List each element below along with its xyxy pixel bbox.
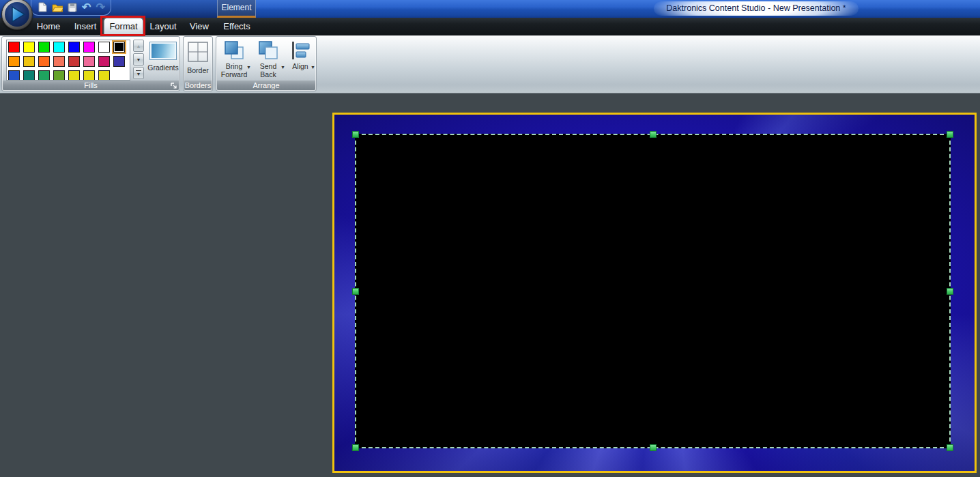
save-button[interactable] xyxy=(68,2,77,13)
color-swatch[interactable] xyxy=(83,70,95,81)
arrow-down-icon: ▼ xyxy=(136,72,141,76)
undo-button[interactable]: ↶ xyxy=(82,2,91,13)
selected-element-rectangle[interactable] xyxy=(355,134,951,448)
undo-icon: ↶ xyxy=(82,2,91,13)
color-swatch[interactable] xyxy=(68,70,80,81)
group-label-arrange: Arrange xyxy=(217,81,315,90)
group-fills: ▲ ▼ ▼ Gradients Fills xyxy=(1,36,180,91)
palette-row xyxy=(8,70,128,81)
tab-home[interactable]: Home xyxy=(30,18,67,35)
dialog-launcher-icon[interactable] xyxy=(171,83,177,89)
save-icon xyxy=(68,3,77,12)
gradient-swatch-icon xyxy=(149,42,177,60)
color-swatch[interactable] xyxy=(23,42,35,53)
tab-layout[interactable]: Layout xyxy=(143,18,183,35)
tab-insert[interactable]: Insert xyxy=(67,18,104,35)
palette-more-button[interactable]: ▼ xyxy=(133,67,144,79)
bring-forward-label-1: Bring xyxy=(226,62,243,70)
selection-handle-s[interactable] xyxy=(650,444,657,451)
titlebar: Element Daktronics Content Studio - New … xyxy=(0,0,980,18)
palette-row xyxy=(8,56,128,67)
color-swatch[interactable] xyxy=(98,42,110,53)
color-swatch[interactable] xyxy=(98,70,110,81)
arrow-up-icon: ▲ xyxy=(136,44,141,48)
selection-handle-n[interactable] xyxy=(650,131,657,138)
color-swatch[interactable] xyxy=(98,56,110,67)
color-swatch[interactable] xyxy=(113,56,125,67)
send-back-button[interactable]: Send Back ▼ xyxy=(252,38,285,81)
color-swatch[interactable] xyxy=(8,70,20,81)
contextual-group-element: Element xyxy=(217,0,256,18)
ribbon-groups: ▲ ▼ ▼ Gradients Fills xyxy=(1,36,317,91)
play-logo-icon xyxy=(2,0,32,29)
color-swatch[interactable] xyxy=(53,56,65,67)
media-frame[interactable] xyxy=(332,113,977,473)
dropdown-arrow-icon[interactable]: ▼ xyxy=(280,65,285,70)
arrange-buttons: Bring Forward ▼ Send xyxy=(218,38,315,81)
color-swatch[interactable] xyxy=(68,42,80,53)
bring-forward-label-2: Forward xyxy=(221,70,248,78)
bring-forward-icon xyxy=(223,40,245,61)
color-swatch[interactable] xyxy=(53,70,65,81)
workspace-canvas[interactable] xyxy=(0,93,980,477)
dropdown-arrow-icon[interactable]: ▼ xyxy=(311,65,315,70)
color-swatch[interactable] xyxy=(68,56,80,67)
gradients-button[interactable]: Gradients xyxy=(147,38,179,81)
send-back-label-2: Back xyxy=(260,70,276,78)
align-icon xyxy=(290,40,311,61)
color-swatch[interactable] xyxy=(38,70,50,81)
redo-icon: ↷ xyxy=(96,2,104,13)
selection-handle-e[interactable] xyxy=(947,288,953,295)
group-arrange: Bring Forward ▼ Send xyxy=(216,36,317,91)
selection-handle-ne[interactable] xyxy=(947,131,953,138)
border-button[interactable]: Border xyxy=(186,38,210,81)
quick-access-toolbar: ↶ ↷ xyxy=(31,0,111,16)
more-bar-icon xyxy=(136,70,141,71)
ribbon-tabstrip: Home Insert Format Layout View Effects xyxy=(0,18,980,35)
border-grid-icon xyxy=(187,41,209,63)
dropdown-arrow-icon[interactable]: ▼ xyxy=(246,65,251,70)
bring-forward-button[interactable]: Bring Forward ▼ xyxy=(218,38,250,81)
tabs-container: Home Insert Format Layout View Effects xyxy=(30,18,980,35)
palette-scroll-controls: ▲ ▼ ▼ xyxy=(133,40,144,79)
open-folder-icon xyxy=(52,3,63,12)
palette-scroll-up-button[interactable]: ▲ xyxy=(133,40,144,52)
ribbon: ▲ ▼ ▼ Gradients Fills xyxy=(0,35,980,93)
app-window: Element Daktronics Content Studio - New … xyxy=(0,0,980,477)
palette-row xyxy=(8,42,128,53)
group-borders: Border Borders xyxy=(183,36,213,91)
tab-format[interactable]: Format xyxy=(104,18,143,35)
color-swatch[interactable] xyxy=(23,56,35,67)
selection-handle-nw[interactable] xyxy=(352,131,359,138)
color-swatch[interactable] xyxy=(38,42,50,53)
tab-view[interactable]: View xyxy=(183,18,216,35)
open-button[interactable] xyxy=(52,2,63,13)
group-label-fills: Fills xyxy=(3,81,179,90)
window-title: Daktronics Content Studio - New Presenta… xyxy=(654,1,859,16)
align-label: Align xyxy=(292,62,308,70)
selection-handle-se[interactable] xyxy=(947,444,953,451)
color-swatch[interactable] xyxy=(38,56,50,67)
gradients-button-label: Gradients xyxy=(147,64,179,72)
color-swatch[interactable] xyxy=(53,42,65,53)
color-swatch[interactable] xyxy=(113,42,125,53)
palette-scroll-down-button[interactable]: ▼ xyxy=(133,53,144,66)
send-back-label-1: Send xyxy=(260,62,277,70)
send-back-icon xyxy=(257,40,279,61)
application-menu-button[interactable] xyxy=(1,0,33,30)
tab-effects[interactable]: Effects xyxy=(217,18,257,35)
arrow-down-icon: ▼ xyxy=(136,57,141,62)
color-swatch[interactable] xyxy=(8,42,20,53)
selection-handle-sw[interactable] xyxy=(352,444,359,451)
border-button-label: Border xyxy=(187,67,209,74)
color-swatch[interactable] xyxy=(8,56,20,67)
fill-color-palette xyxy=(6,40,130,81)
color-swatch[interactable] xyxy=(83,42,95,53)
redo-button[interactable]: ↷ xyxy=(96,2,104,13)
new-document-button[interactable] xyxy=(38,2,47,13)
group-label-borders: Borders xyxy=(184,81,212,90)
color-swatch[interactable] xyxy=(83,56,95,67)
align-button[interactable]: Align ▼ xyxy=(286,38,315,81)
color-swatch[interactable] xyxy=(23,70,35,81)
selection-handle-w[interactable] xyxy=(352,288,359,295)
